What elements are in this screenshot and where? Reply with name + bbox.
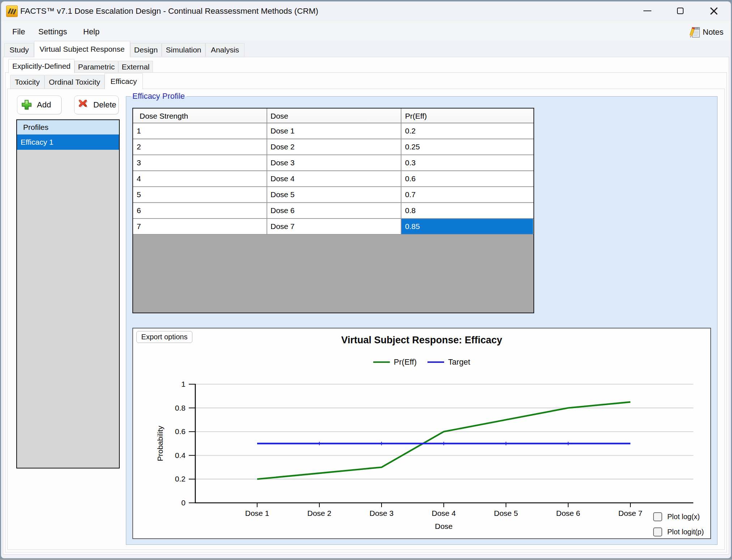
table-cell[interactable]: Dose 1 — [267, 123, 401, 139]
subtab-toxicity[interactable]: Toxicity — [10, 75, 44, 89]
menu-help[interactable]: Help — [83, 26, 99, 38]
svg-text:0.2: 0.2 — [175, 475, 186, 483]
table-row: 7Dose 70.85 — [133, 219, 533, 235]
notes-button[interactable]: Notes — [689, 26, 723, 38]
close-icon — [710, 7, 718, 15]
table-cell[interactable]: 0.8 — [401, 203, 533, 218]
svg-text:1: 1 — [181, 380, 186, 388]
menu-settings[interactable]: Settings — [38, 26, 67, 38]
subtab-ordinal-toxicity[interactable]: Ordinal Toxicity — [44, 75, 105, 89]
menu-bar — [1, 21, 731, 41]
table-cell[interactable]: 0.7 — [401, 187, 533, 202]
delete-button-label: Delete — [93, 100, 116, 110]
table-cell[interactable]: 0.3 — [401, 155, 533, 170]
notes-label: Notes — [703, 27, 723, 37]
table-cell[interactable]: 5 — [133, 187, 267, 202]
svg-text:0.6: 0.6 — [175, 427, 186, 436]
notes-icon — [689, 26, 700, 38]
close-button[interactable] — [706, 4, 722, 18]
table-cell[interactable]: 3 — [133, 155, 267, 170]
minimize-button[interactable] — [639, 4, 656, 18]
app-icon — [6, 5, 18, 17]
svg-text:Probability: Probability — [156, 425, 164, 461]
efficacy-profile-table: Dose Strength Dose Pr(Eff) 1Dose 10.22Do… — [132, 108, 534, 313]
table-cell[interactable]: Dose 3 — [267, 155, 401, 170]
add-button-label: Add — [37, 100, 51, 110]
svg-text:0.4: 0.4 — [175, 451, 186, 459]
profile-item[interactable]: Efficacy 1 — [17, 135, 119, 150]
maximize-icon — [677, 8, 684, 14]
tab-virtual-subject-response[interactable]: Virtual Subject Response — [34, 41, 130, 57]
table-cell[interactable]: 0.85 — [401, 219, 533, 234]
table-row: 2Dose 20.25 — [133, 139, 533, 155]
table-cell[interactable]: 4 — [133, 171, 267, 186]
table-row: 6Dose 60.8 — [133, 203, 533, 219]
table-cell[interactable]: 0.25 — [401, 139, 533, 154]
table-cell[interactable]: Dose 7 — [267, 219, 401, 234]
add-plus-icon — [21, 99, 32, 111]
table-cell[interactable]: 6 — [133, 203, 267, 218]
table-row: 1Dose 10.2 — [133, 123, 533, 139]
svg-text:Dose 4: Dose 4 — [432, 509, 456, 517]
efficacy-profile-label: Efficacy Profile — [131, 91, 187, 101]
tab-study[interactable]: Study — [4, 43, 34, 56]
col-header-dose[interactable]: Dose — [267, 109, 401, 123]
table-cell[interactable]: 0.6 — [401, 171, 533, 186]
plot-logx-checkbox[interactable]: Plot log(x) — [653, 512, 700, 521]
table-row: 3Dose 30.3 — [133, 155, 533, 171]
col-header-dose-strength[interactable]: Dose Strength — [133, 109, 267, 123]
svg-text:Dose 5: Dose 5 — [494, 509, 518, 517]
table-cell[interactable]: 2 — [133, 139, 267, 154]
svg-text:Dose 1: Dose 1 — [245, 509, 269, 517]
tab-design[interactable]: Design — [130, 43, 162, 56]
table-cell[interactable]: Dose 6 — [267, 203, 401, 218]
profiles-list-header: Profiles — [17, 120, 119, 135]
table-row: 5Dose 50.7 — [133, 187, 533, 203]
table-cell[interactable]: Dose 2 — [267, 139, 401, 154]
svg-text:Dose 6: Dose 6 — [556, 509, 580, 517]
col-header-pr-eff[interactable]: Pr(Eff) — [401, 109, 533, 123]
plot-logx-label: Plot log(x) — [667, 513, 700, 521]
plot-logitp-label: Plot logit(p) — [667, 528, 704, 536]
subtab-parametric[interactable]: Parametric — [75, 61, 118, 72]
add-button[interactable]: Add — [17, 96, 61, 114]
svg-text:Dose 3: Dose 3 — [370, 509, 394, 517]
chart-plot: 00.20.40.60.81Dose 1Dose 2Dose 3Dose 4Do… — [132, 328, 711, 539]
menu-file[interactable]: File — [12, 26, 25, 38]
tab-analysis[interactable]: Analysis — [205, 43, 244, 56]
subtab-efficacy[interactable]: Efficacy — [105, 73, 143, 89]
maximize-button[interactable] — [672, 4, 689, 18]
table-cell[interactable]: 7 — [133, 219, 267, 234]
minimize-icon — [643, 10, 651, 12]
delete-button[interactable]: Delete — [74, 96, 119, 114]
plot-logitp-checkbox[interactable]: Plot logit(p) — [653, 527, 704, 536]
svg-text:Dose 7: Dose 7 — [618, 509, 643, 517]
table-cell[interactable]: Dose 4 — [267, 171, 401, 186]
table-cell[interactable]: 1 — [133, 123, 267, 139]
checkbox-icon — [653, 512, 662, 521]
window-title: FACTS™ v7.1 Dose Escalation Design - Con… — [20, 6, 318, 16]
subtab-explicitly-defined[interactable]: Explicitly-Defined — [8, 59, 75, 73]
svg-text:Dose: Dose — [435, 522, 452, 530]
tab-simulation[interactable]: Simulation — [162, 43, 205, 56]
table-header-row: Dose Strength Dose Pr(Eff) — [133, 109, 533, 123]
table-cell[interactable]: Dose 5 — [267, 187, 401, 202]
svg-text:0: 0 — [181, 499, 186, 507]
svg-text:0.8: 0.8 — [175, 404, 186, 412]
profiles-list: Profiles Efficacy 1 — [16, 119, 120, 468]
table-cell[interactable]: 0.2 — [401, 123, 533, 139]
delete-x-icon — [78, 99, 89, 111]
svg-text:Dose 2: Dose 2 — [307, 509, 332, 517]
table-row: 4Dose 40.6 — [133, 171, 533, 187]
subtab-external[interactable]: External — [118, 61, 153, 72]
checkbox-icon — [653, 527, 662, 536]
